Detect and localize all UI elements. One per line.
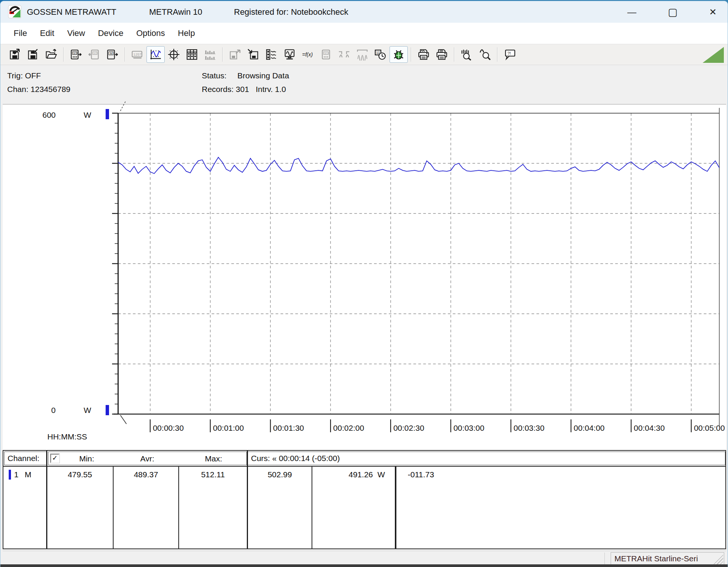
window-bottom-edge bbox=[0, 564, 728, 567]
channel-list-button[interactable] bbox=[262, 46, 281, 63]
save-import-button[interactable] bbox=[24, 46, 42, 63]
y-axis-min-label: 0 bbox=[25, 406, 56, 415]
status-bar-divider bbox=[605, 553, 605, 565]
x-tick-label: 00:02:00 bbox=[333, 424, 364, 432]
row-avr-value: 489.37 bbox=[114, 469, 178, 480]
y-axis-unit-bottom: W bbox=[84, 406, 91, 415]
help-bubble-button[interactable]: ?! bbox=[501, 46, 519, 63]
table-view-icon bbox=[186, 48, 198, 61]
monitor-button[interactable] bbox=[281, 46, 299, 63]
resize-grip[interactable] bbox=[712, 554, 723, 565]
channel-checkbox[interactable]: ✓ bbox=[50, 454, 59, 463]
print-chart-button[interactable] bbox=[415, 46, 433, 63]
menu-item-file[interactable]: File bbox=[7, 26, 33, 40]
status-label: Status: bbox=[202, 71, 226, 80]
zoom-out-wave-icon bbox=[479, 48, 491, 61]
desktop: GOSSEN METRAWATT METRAwin 10 Registered … bbox=[0, 0, 728, 567]
read-device-321-icon: 321 bbox=[70, 48, 82, 61]
row-unit: W bbox=[377, 469, 393, 480]
x-axis-label: HH:MM:SS bbox=[47, 432, 87, 441]
wave-pair-icon bbox=[338, 48, 350, 61]
registered-title: Registered for: Notebookcheck bbox=[234, 1, 348, 23]
svg-text:321: 321 bbox=[73, 51, 77, 55]
svg-text:?!: ?! bbox=[508, 51, 511, 56]
save-export-icon bbox=[9, 48, 21, 61]
table-vline bbox=[46, 451, 47, 548]
open-file-icon bbox=[45, 48, 57, 61]
x-tick-label: 00:05:00 bbox=[694, 424, 725, 432]
menu-item-options[interactable]: Options bbox=[130, 26, 171, 40]
row-channel-type: M bbox=[23, 469, 33, 480]
export-data-button bbox=[226, 46, 244, 63]
toolbar: 321321M1257=f(x)32112?! bbox=[0, 44, 728, 65]
x-tick-label: 00:02:30 bbox=[393, 424, 424, 432]
zoom-in-wave-icon bbox=[461, 48, 473, 61]
bug-button[interactable] bbox=[390, 46, 408, 63]
status-bar: METRAHit Starline-Seri bbox=[3, 551, 726, 566]
menu-item-help[interactable]: Help bbox=[171, 26, 201, 40]
toolbar-separator bbox=[125, 47, 125, 62]
toolbar-corner-triangle bbox=[703, 47, 724, 63]
zoom-out-wave-button[interactable] bbox=[476, 46, 494, 63]
trig-status: Trig: OFF bbox=[7, 71, 41, 80]
chart-panel: 600 W 0 W HH:MM:SS 00:00:3000:01:0000:01… bbox=[3, 104, 726, 450]
title-bar[interactable]: GOSSEN METRAWATT METRAwin 10 Registered … bbox=[0, 1, 728, 23]
x-tick-label: 00:04:30 bbox=[634, 424, 665, 432]
histogram-icon bbox=[204, 48, 216, 61]
cursor1-bottom-mark bbox=[120, 415, 126, 424]
formula-icon: =f(x) bbox=[302, 48, 314, 61]
measurement-table: Channel: ✓ Min: Avr: Max: Curs: « 00:00:… bbox=[3, 450, 726, 549]
open-file-button[interactable] bbox=[42, 46, 60, 63]
table-header-divider bbox=[3, 466, 725, 467]
menu-item-edit[interactable]: Edit bbox=[33, 26, 61, 40]
display-1257-button: 1257 bbox=[128, 46, 147, 63]
print-icon bbox=[436, 48, 448, 61]
vendor-title: GOSSEN METRAWATT bbox=[27, 1, 116, 23]
svg-text:M: M bbox=[110, 51, 112, 55]
chan-status: Chan: 123456789 bbox=[7, 85, 70, 94]
svg-text:321: 321 bbox=[93, 51, 98, 55]
row-channel-color bbox=[9, 470, 11, 480]
toolbar-separator bbox=[411, 47, 412, 62]
import-data-icon bbox=[247, 48, 259, 61]
zoom-in-wave-button[interactable] bbox=[458, 46, 476, 63]
table-vline bbox=[247, 451, 248, 548]
col-header-max: Max: bbox=[191, 453, 236, 464]
menu-item-view[interactable]: View bbox=[61, 26, 91, 40]
toolbar-separator bbox=[222, 47, 223, 62]
schedule-button[interactable]: 12 bbox=[371, 46, 390, 63]
toolbar-separator bbox=[497, 47, 498, 62]
x-tick-label: 00:03:30 bbox=[513, 424, 544, 432]
col-header-min: Min: bbox=[64, 453, 109, 464]
export-data-icon bbox=[229, 48, 241, 61]
xy-chart-button[interactable] bbox=[165, 46, 183, 63]
read-device-321-button[interactable]: 321 bbox=[67, 46, 85, 63]
svg-text:1257: 1257 bbox=[133, 52, 141, 56]
x-tick-label: 00:04:00 bbox=[574, 424, 605, 432]
minimize-button[interactable]: — bbox=[620, 1, 644, 23]
row-min-value: 479.55 bbox=[47, 469, 113, 480]
formula-button[interactable]: =f(x) bbox=[299, 46, 317, 63]
table-view-button[interactable] bbox=[183, 46, 201, 63]
row-delta-value: -011.73 bbox=[408, 469, 461, 480]
maximize-button[interactable]: ▢ bbox=[661, 1, 685, 23]
wave-bundle-icon bbox=[356, 48, 368, 61]
toolbar-separator bbox=[454, 47, 455, 62]
status-value: Browsing Data bbox=[237, 71, 289, 80]
read-device-m-button[interactable]: M bbox=[103, 46, 122, 63]
save-export-button[interactable] bbox=[6, 46, 24, 63]
y-axis-unit-top: W bbox=[84, 111, 91, 120]
menu-item-device[interactable]: Device bbox=[92, 26, 130, 40]
row-max-value: 512.11 bbox=[179, 469, 247, 480]
records-status: Records: 301 Intrv. 1.0 bbox=[202, 85, 286, 94]
close-button[interactable]: ✕ bbox=[701, 1, 725, 23]
import-data-button[interactable] bbox=[244, 46, 262, 63]
row-cursor1-value: 502.99 bbox=[248, 469, 312, 480]
chart-plot[interactable]: 00:00:3000:01:0000:01:3000:02:0000:02:30… bbox=[101, 104, 728, 450]
yt-chart-button[interactable] bbox=[147, 46, 165, 63]
monitor-icon bbox=[284, 48, 296, 61]
wave-bundle-button bbox=[353, 46, 371, 63]
print-button[interactable] bbox=[433, 46, 451, 63]
x-tick-label: 00:00:30 bbox=[153, 424, 184, 432]
device-status-field: METRAHit Starline-Seri bbox=[611, 552, 724, 565]
